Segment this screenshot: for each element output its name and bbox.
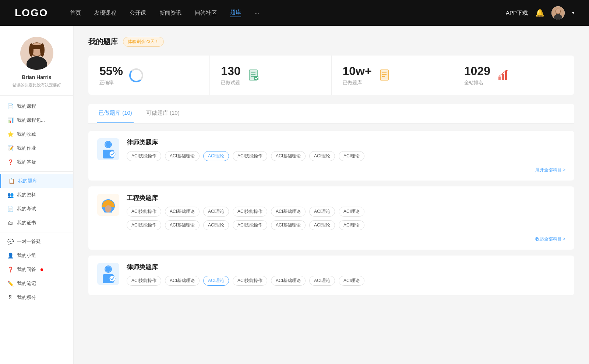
tag-e-r2-6[interactable]: ACI理论 (339, 220, 364, 230)
sidebar-item-notes[interactable]: ✏️ 我的笔记 (0, 276, 73, 290)
tag-e-r2-5[interactable]: ACI理论 (309, 220, 335, 230)
donut-chart-icon (129, 68, 143, 82)
sidebar-menu: 📄 我的课程 📊 我的课程包... ⭐ 我的收藏 📝 我的作业 ❓ 我的答疑 � (0, 99, 73, 304)
qbank-icon: 📋 (8, 178, 14, 184)
done-banks-label: 已做题库 (343, 79, 372, 86)
tag-l2-1[interactable]: ACI基础理论 (165, 276, 200, 286)
collapse-link-engineer[interactable]: 收起全部科目 > (535, 236, 565, 242)
page-title: 我的题库 (88, 37, 118, 47)
user-avatar[interactable] (551, 6, 565, 19)
engineer-icon (99, 195, 117, 215)
tag-l2-3[interactable]: ACI技能操作 (233, 276, 267, 286)
sidebar-item-groups[interactable]: 👤 我的小组 (0, 249, 73, 263)
sidebar-divider-1 (0, 171, 73, 172)
doc-orange-icon (379, 69, 391, 82)
nav-more[interactable]: ··· (254, 10, 259, 16)
qbank-tags-lawyer-2: ACI技能操作 ACI基础理论 ACI理论 ACI技能操作 ACI基础理论 AC… (127, 276, 565, 286)
nav-home[interactable]: 首页 (70, 10, 81, 17)
notification-bell-icon[interactable] (535, 8, 544, 17)
logo[interactable]: LOGO (15, 7, 48, 19)
tabs-row: 已做题库 (10) 可做题库 (10) (88, 104, 574, 124)
doc-green-icon (248, 69, 260, 82)
tag-l2-5[interactable]: ACI理论 (309, 276, 335, 286)
tag-e-r2-3[interactable]: ACI技能操作 (233, 220, 267, 230)
exam-icon: 📄 (7, 206, 13, 212)
sidebar-item-homework[interactable]: 📝 我的作业 (0, 141, 73, 155)
favorites-icon: ⭐ (7, 131, 13, 137)
svg-point-9 (29, 43, 33, 57)
tag-e-r2-2[interactable]: ACI理论 (203, 220, 229, 230)
tag-l2-0[interactable]: ACI技能操作 (127, 276, 161, 286)
rank-icon (496, 68, 511, 83)
user-menu-chevron-icon[interactable]: ▾ (572, 10, 574, 15)
tag-l1-6[interactable]: ACI理论 (339, 151, 364, 161)
svg-point-30 (109, 151, 115, 157)
tag-e-r1-3[interactable]: ACI技能操作 (233, 207, 267, 217)
sidebar-item-favorites[interactable]: ⭐ 我的收藏 (0, 127, 73, 141)
svg-rect-23 (502, 74, 504, 80)
tag-e-r1-6[interactable]: ACI理论 (339, 207, 364, 217)
tag-l2-4[interactable]: ACI基础理论 (271, 276, 306, 286)
nav-menu: 首页 发现课程 公开课 新闻资讯 问答社区 题库 ··· (70, 9, 506, 17)
qbank-icon-lawyer-1 (97, 138, 119, 160)
nav-discover[interactable]: 发现课程 (94, 10, 116, 17)
tag-l1-1[interactable]: ACI基础理论 (165, 151, 200, 161)
tag-l1-5[interactable]: ACI理论 (309, 151, 335, 161)
sidebar-item-qbank[interactable]: 📋 我的题库 (0, 174, 73, 188)
sidebar-item-course-package[interactable]: 📊 我的课程包... (0, 113, 73, 127)
qbank-container: 律师类题库 ACI技能操作 ACI基础理论 ACI理论 ACI技能操作 ACI基… (88, 131, 574, 295)
stat-rank: 1029 全站排名 (453, 56, 574, 95)
sidebar-item-certificate[interactable]: 🗂 我的证书 (0, 216, 73, 230)
tag-l1-0[interactable]: ACI技能操作 (127, 151, 161, 161)
tag-e-r1-2[interactable]: ACI理论 (203, 207, 229, 217)
navbar-right: APP下载 ▾ (506, 6, 574, 19)
profile-motto: 错误的决定比没有决定要好 (9, 82, 65, 88)
rank-value: 1029 (464, 64, 490, 78)
sidebar-item-myqa[interactable]: ❓ 我的问答 (0, 263, 73, 276)
app-download-button[interactable]: APP下载 (506, 10, 528, 17)
nav-news[interactable]: 新闻资讯 (159, 10, 181, 17)
stats-row: 55% 正确率 130 已做试题 (88, 56, 574, 95)
svg-point-10 (40, 43, 45, 57)
tag-l1-4[interactable]: ACI基础理论 (271, 151, 306, 161)
tab-available-banks[interactable]: 可做题库 (10) (145, 104, 181, 123)
tag-l1-2[interactable]: ACI理论 (203, 151, 229, 161)
qbank-tags-engineer-row2: ACI技能操作 ACI基础理论 ACI理论 ACI技能操作 ACI基础理论 AC… (127, 220, 565, 230)
done-banks-value: 10w+ (343, 64, 372, 78)
svg-point-39 (106, 267, 111, 272)
tag-l1-3[interactable]: ACI技能操作 (233, 151, 267, 161)
qa-badge (40, 268, 43, 271)
sidebar-divider-2 (0, 232, 73, 232)
lawyer-icon-2 (99, 264, 117, 284)
tab-done-banks[interactable]: 已做题库 (10) (97, 104, 134, 123)
tag-l2-6[interactable]: ACI理论 (339, 276, 364, 286)
tag-l2-2[interactable]: ACI理论 (203, 276, 229, 286)
qa-icon: ❓ (7, 159, 13, 165)
nav-opencourse[interactable]: 公开课 (130, 10, 146, 17)
sidebar-item-exam[interactable]: 📄 我的考试 (0, 202, 73, 216)
avatar-image (551, 6, 565, 19)
nav-qbank[interactable]: 题库 (230, 9, 241, 17)
sidebar-item-profile[interactable]: 👥 我的资料 (0, 188, 73, 202)
svg-point-35 (105, 205, 112, 213)
tag-e-r1-1[interactable]: ACI基础理论 (165, 207, 200, 217)
tag-e-r1-0[interactable]: ACI技能操作 (127, 207, 161, 217)
svg-point-3 (556, 8, 560, 14)
tag-e-r2-0[interactable]: ACI技能操作 (127, 220, 161, 230)
tag-e-r1-5[interactable]: ACI理论 (309, 207, 335, 217)
tag-e-r2-1[interactable]: ACI基础理论 (165, 220, 200, 230)
profile-avatar (20, 37, 53, 70)
tag-e-r2-4[interactable]: ACI基础理论 (271, 220, 306, 230)
sidebar-item-courses[interactable]: 📄 我的课程 (0, 99, 73, 113)
nav-qa[interactable]: 问答社区 (195, 10, 217, 17)
homework-icon: 📝 (7, 145, 13, 151)
page-wrapper: Brian Harris 错误的决定比没有决定要好 📄 我的课程 📊 我的课程包… (0, 26, 589, 364)
sidebar-item-one-on-one[interactable]: 💬 一对一答疑 (0, 235, 73, 249)
expand-link-lawyer-1[interactable]: 展开全部科目 > (535, 167, 565, 173)
qbank-card-engineer: 工程类题库 ACI技能操作 ACI基础理论 ACI理论 ACI技能操作 ACI基… (88, 186, 574, 250)
profile-name: Brian Harris (22, 74, 51, 80)
tag-e-r1-4[interactable]: ACI基础理论 (271, 207, 306, 217)
sidebar-item-points[interactable]: 🎖 我的积分 (0, 290, 73, 304)
sidebar-item-qa[interactable]: ❓ 我的答疑 (0, 155, 73, 169)
myqa-icon: ❓ (7, 267, 13, 272)
